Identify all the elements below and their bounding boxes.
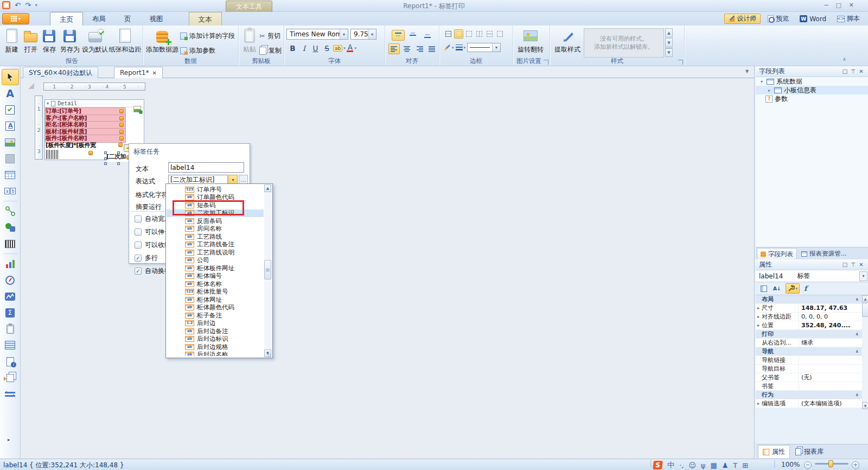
add-calculated-field-button[interactable]: 添加计算的字段 [180,31,235,41]
tool-line[interactable] [2,203,19,219]
ime-icon[interactable]: ▦ [710,461,717,469]
property-value[interactable]: 148.17, 47.63 [799,304,859,312]
dropdown-item[interactable]: ab 柜体颜色代码 [167,304,264,312]
paper-margins-button[interactable]: 纸张和边距 [108,27,142,57]
new-button[interactable]: 新建 [2,27,21,57]
tree-expand-icon[interactable]: ▸ [767,88,772,93]
border-style-combo[interactable]: ▾ [467,43,501,52]
scroll-up-button[interactable]: ▲ [264,185,271,192]
tree-node-board-info[interactable]: ▸ 小板信息表 [756,86,868,94]
property-value[interactable]: 0, 0, 0, 0 [799,313,859,320]
border-outline-button[interactable] [464,29,474,39]
properties-scrollbar[interactable]: ▲ ▼ [862,295,868,409]
property-row[interactable]: 导航 ∧ [756,347,862,356]
property-row[interactable]: 父书签 (无) [756,373,862,382]
tool-pointer[interactable] [2,69,19,85]
dialog-launcher-icon[interactable] [678,60,683,65]
open-button[interactable]: 打开 [21,27,40,57]
checkbox[interactable]: ✓ [135,268,142,275]
category-collapse-icon[interactable]: ∧ [856,392,859,397]
dropdown-item[interactable]: ab 房间名称 [167,225,264,233]
tool-sparkline[interactable] [2,288,19,304]
selection-handle[interactable] [117,162,120,165]
expand-icon[interactable]: ▸ [756,323,762,328]
align-left-button[interactable] [388,43,400,54]
property-row[interactable]: ▸位置 352.48, 240.... [756,321,862,330]
word-export-button[interactable]: WWord [796,14,830,24]
border-draw-button[interactable]: ▾ [444,46,454,50]
dropdown-arrow-icon[interactable]: ▾ [859,271,867,281]
property-row[interactable]: 打印 ∧ [756,330,862,339]
ime-icon[interactable]: ☺ [688,461,696,469]
field-tag-icon[interactable] [119,130,124,134]
tool-barcode[interactable] [2,236,19,252]
dropdown-item[interactable]: ab 工艺路线备注 [167,241,264,249]
category-view-button[interactable] [759,283,769,294]
dialog-launcher-icon[interactable] [544,60,548,65]
close-panel-button[interactable]: ✕ [857,262,865,268]
scroll-down-button[interactable]: ▼ [862,402,868,409]
close-tab-icon[interactable]: ✕ [152,70,156,76]
tool-formula[interactable]: Σ [2,304,19,321]
tool-report-info[interactable]: i [2,353,19,370]
save-as-button[interactable]: 另存为 [59,27,82,57]
tab-report-library[interactable]: 报表库 [791,445,828,458]
extract-style-button[interactable]: 提取样式 [551,27,584,57]
scroll-thumb[interactable] [862,303,868,317]
property-value[interactable]: (文本编辑选项) [799,399,859,408]
checkbox[interactable] [135,228,142,236]
field-tag-icon[interactable] [118,143,123,147]
dropdown-item[interactable]: ab 工艺路线 [167,233,264,241]
dropdown-item[interactable]: 1.2 后封边 [167,320,264,328]
tool-cell[interactable]: ab [2,183,19,199]
property-row[interactable]: 布局 ∧ [756,295,862,304]
font-name-combo[interactable]: Times New Roman▾ [286,29,348,40]
tree-node-system-data[interactable]: ▾ 系统数据 [756,77,868,86]
property-value[interactable]: (无) [799,373,859,382]
sort-az-button[interactable]: A↓ [771,283,783,294]
tool-alignment[interactable] [2,386,19,402]
border-width-button[interactable]: ▾ [456,45,466,50]
document-tab[interactable]: SYS_60×40封边默认 [23,67,98,78]
toolbox-expand-button[interactable]: ▸ [8,437,10,442]
gallery-expand-button[interactable]: ▼ [665,48,673,57]
properties-mode-button[interactable]: ▾ [786,283,800,294]
ribbon-collapse-button[interactable]: ∧ [843,56,846,62]
border-left-button[interactable] [485,29,494,39]
property-row[interactable]: ▸对齐线边距 0, 0, 0, 0 [756,313,862,321]
close-panel-button[interactable]: ✕ [857,68,865,74]
property-row[interactable]: 导航链接 [756,356,862,365]
label-field-row[interactable]: 板材:[板件材质] [46,129,125,135]
tool-gauge[interactable] [2,272,19,288]
field-tag-icon[interactable] [119,123,124,127]
application-menu-button[interactable]: ▾ [2,13,29,24]
label-field-row[interactable]: 订单:[订单号] [46,108,125,115]
ribbon-tab[interactable]: 主页 [50,12,83,26]
barcode-object[interactable] [46,150,59,159]
property-row[interactable]: 导航目标 [756,365,862,373]
checkbox[interactable]: ✓ [135,255,142,262]
tool-matrix[interactable] [2,337,19,353]
underline-button[interactable]: U [310,43,321,53]
ime-icon[interactable]: ·, [679,461,684,469]
label-field-row[interactable]: 柜名:[柜体名称] [46,122,125,128]
align-top-button[interactable] [392,30,405,41]
category-collapse-icon[interactable]: ∧ [856,332,859,336]
minimize-button[interactable]: ─ [825,2,828,9]
label-field-row[interactable]: 板件:[板件名称] [46,135,125,142]
add-datasource-button[interactable]: 添加数据源 [144,27,180,57]
align-justify-button[interactable] [426,43,437,54]
font-size-combo[interactable]: 9.75▾ [350,29,376,40]
category-collapse-icon[interactable]: ∧ [856,349,859,354]
ime-icon[interactable]: ♟ [722,461,729,469]
text-input[interactable] [168,162,244,173]
save-button[interactable]: 保存 [40,27,58,57]
zoom-out-button[interactable]: − [804,461,812,469]
ime-icon[interactable]: ⊞ [742,461,748,469]
dropdown-item[interactable]: ab 工艺路线说明 [167,249,264,257]
designer-view-button[interactable]: 设计师 [724,14,761,24]
align-middle-button[interactable] [406,30,419,41]
zoom-in-button[interactable]: + [852,461,859,469]
scroll-up-button[interactable]: ▲ [862,295,868,302]
tool-clipboard[interactable] [2,321,19,337]
